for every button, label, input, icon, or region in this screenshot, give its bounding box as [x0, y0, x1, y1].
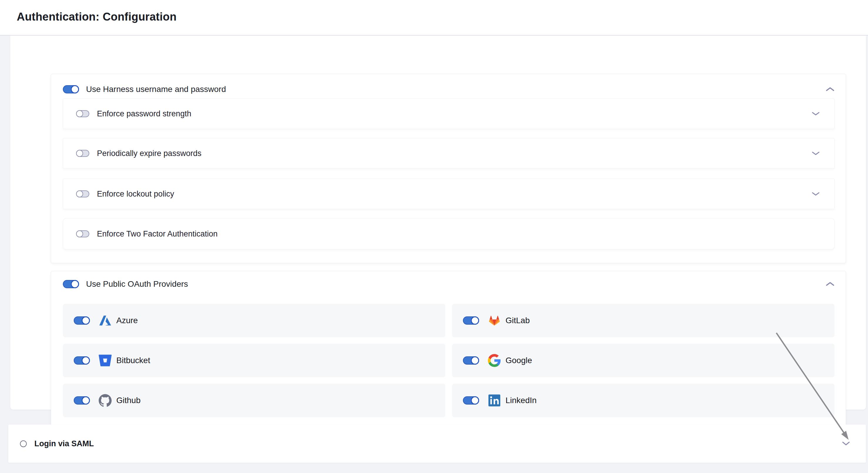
row-label: Enforce Two Factor Authentication [97, 229, 218, 239]
azure-icon [99, 314, 112, 327]
azure-toggle[interactable] [74, 316, 90, 325]
provider-tile-bitbucket: Bitbucket [63, 344, 445, 377]
page-header: Authentication: Configuration [0, 0, 868, 36]
page-title: Authentication: Configuration [17, 10, 177, 23]
harness-section-label: Use Harness username and password [86, 85, 226, 94]
row-label: Periodically expire passwords [97, 149, 202, 158]
oauth-section-label: Use Public OAuth Providers [86, 279, 188, 289]
google-toggle[interactable] [463, 356, 479, 365]
toggle-knob [71, 280, 79, 288]
chevron-down-icon[interactable] [811, 111, 820, 116]
login-via-saml-card[interactable]: Login via SAML [8, 424, 866, 463]
harness-section-header[interactable]: Use Harness username and password [63, 77, 835, 101]
provider-name: GitLab [505, 316, 530, 325]
toggle-knob [76, 110, 83, 117]
provider-name: LinkedIn [505, 396, 537, 405]
toggle-knob [82, 396, 90, 405]
toggle-knob [76, 230, 83, 238]
provider-tile-github: Github [63, 384, 445, 417]
linkedin-icon [488, 394, 501, 407]
chevron-up-icon[interactable] [825, 86, 835, 92]
harness-username-password-toggle[interactable] [63, 85, 79, 93]
linkedin-toggle[interactable] [463, 396, 479, 405]
chevron-down-icon[interactable] [811, 151, 820, 156]
row-periodically-expire-passwords[interactable]: Periodically expire passwords [63, 138, 835, 169]
toggle-knob [76, 190, 83, 197]
row-enforce-password-strength[interactable]: Enforce password strength [63, 98, 835, 129]
enforce-password-strength-toggle[interactable] [76, 110, 89, 117]
chevron-down-icon[interactable] [811, 191, 820, 196]
authentication-configuration-page: { "header": { "title": "Authentication: … [0, 0, 868, 473]
provider-tile-gitlab: GitLab [452, 304, 835, 337]
gitlab-icon [488, 314, 501, 327]
login-via-saml-label: Login via SAML [34, 439, 94, 448]
bitbucket-toggle[interactable] [74, 356, 90, 365]
enforce-lockout-policy-toggle[interactable] [76, 190, 89, 197]
section-public-oauth-providers: Use Public OAuth Providers Azure [51, 271, 846, 429]
gitlab-toggle[interactable] [463, 316, 479, 325]
oauth-provider-grid: Azure Bitbucket Github [63, 304, 835, 417]
github-toggle[interactable] [74, 396, 90, 405]
provider-name: Azure [116, 316, 138, 325]
login-via-saml-radio[interactable] [20, 440, 27, 447]
google-icon [488, 354, 501, 367]
provider-name: Github [116, 396, 141, 405]
toggle-knob [471, 356, 479, 365]
toggle-knob [71, 85, 79, 93]
section-harness-username-password: Use Harness username and password Enforc… [51, 74, 846, 263]
enforce-two-factor-authentication-toggle[interactable] [76, 230, 89, 238]
toggle-knob [82, 316, 90, 325]
row-label: Enforce password strength [97, 109, 191, 118]
provider-tile-linkedin: LinkedIn [452, 384, 835, 417]
toggle-knob [471, 396, 479, 405]
github-icon [99, 394, 112, 407]
provider-tile-azure: Azure [63, 304, 445, 337]
provider-name: Google [505, 356, 532, 365]
provider-name: Bitbucket [116, 356, 150, 365]
provider-tile-google: Google [452, 344, 835, 377]
bitbucket-icon [99, 354, 112, 367]
public-oauth-providers-toggle[interactable] [63, 280, 79, 288]
main-panel: Use Harness username and password Enforc… [10, 36, 866, 410]
toggle-knob [471, 316, 479, 325]
toggle-knob [82, 356, 90, 365]
row-enforce-two-factor-authentication[interactable]: Enforce Two Factor Authentication [63, 218, 835, 249]
periodically-expire-passwords-toggle[interactable] [76, 150, 89, 157]
row-enforce-lockout-policy[interactable]: Enforce lockout policy [63, 179, 835, 209]
chevron-up-icon[interactable] [825, 281, 835, 287]
toggle-knob [76, 150, 83, 157]
oauth-section-header[interactable]: Use Public OAuth Providers [63, 272, 835, 296]
chevron-down-icon[interactable] [841, 441, 851, 447]
row-label: Enforce lockout policy [97, 189, 174, 199]
